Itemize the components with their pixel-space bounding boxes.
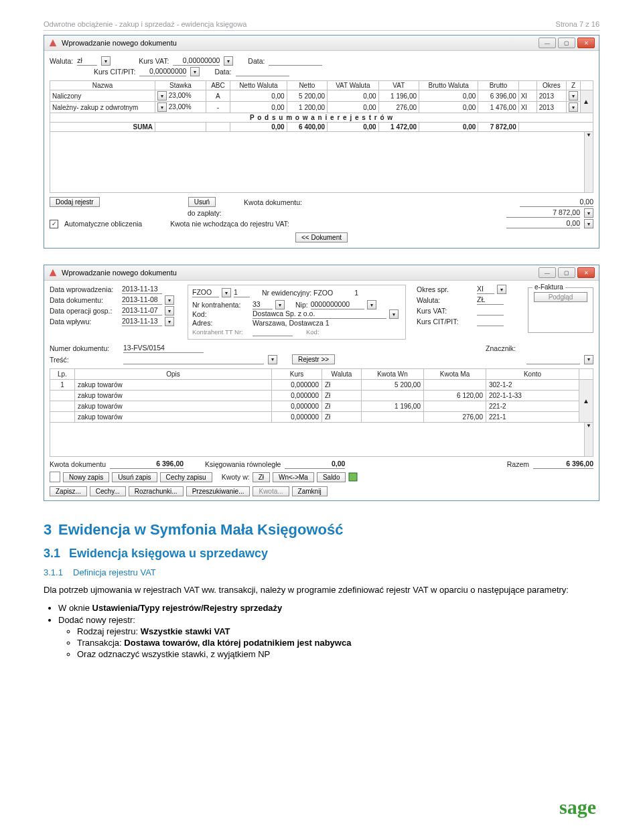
- doc-type[interactable]: FZOO: [192, 288, 219, 297]
- ktt-label: Kontrahent TT Nr:: [192, 328, 250, 336]
- doc-lp[interactable]: 1: [234, 288, 250, 297]
- minimize-button[interactable]: —: [539, 267, 556, 278]
- scrollbar[interactable]: ▼: [584, 423, 593, 456]
- maximize-button[interactable]: ▢: [558, 267, 575, 278]
- auto-calc-checkbox[interactable]: ✓: [50, 220, 58, 228]
- back-document-button[interactable]: << Dokument: [295, 232, 348, 242]
- grid-icon[interactable]: [348, 472, 358, 482]
- chevron-down-icon[interactable]: ▾: [165, 295, 174, 305]
- scrollbar[interactable]: ▲: [579, 380, 593, 423]
- col-abc: ABC: [206, 81, 230, 90]
- total-value: 6 396,00: [533, 460, 593, 469]
- saldo-button[interactable]: Saldo: [317, 472, 346, 482]
- chevron-down-icon[interactable]: ▾: [165, 306, 174, 316]
- date-field[interactable]: [269, 56, 322, 66]
- chevron-down-icon[interactable]: ▾: [224, 56, 233, 66]
- tresc-field[interactable]: [123, 355, 264, 364]
- col-vat: VAT: [378, 81, 419, 90]
- close-button[interactable]: Zamknij: [292, 486, 328, 496]
- chevron-down-icon[interactable]: ▾: [584, 219, 593, 228]
- date-doc-label: Data dokumentu:: [50, 296, 119, 304]
- currency-value[interactable]: zł: [77, 56, 97, 66]
- table-row[interactable]: Naliczony ▾ 23,00% A 0,00 5 200,00 0,00 …: [50, 90, 593, 102]
- nr-ew-value: 1: [354, 289, 358, 297]
- window-title: Wprowadzanie nowego dokumentu: [62, 39, 177, 47]
- docnum-label: Numer dokumentu:: [50, 344, 119, 352]
- list-item: Transakcja: Dostawa towarów, dla której …: [77, 638, 599, 648]
- minimize-button[interactable]: —: [539, 38, 556, 48]
- chevron-down-icon[interactable]: ▾: [569, 91, 578, 100]
- table-empty-area: ▼: [50, 132, 593, 193]
- chevron-down-icon[interactable]: ▾: [190, 67, 200, 76]
- delete-entry-button[interactable]: Usuń zapis: [112, 472, 157, 482]
- scrollbar[interactable]: ▲: [581, 90, 593, 113]
- waluta-value: ZŁ: [477, 295, 504, 305]
- date-field[interactable]: [236, 67, 289, 76]
- nip-value[interactable]: 0000000000: [311, 300, 364, 309]
- kurs-vat-value[interactable]: 0,00000000: [173, 56, 220, 66]
- chevron-down-icon[interactable]: ▾: [389, 309, 399, 319]
- table-row[interactable]: Należny- zakup z odwrotnym ▾ 23,00% - 0,…: [50, 102, 593, 113]
- chevron-down-icon[interactable]: ▾: [584, 355, 593, 364]
- chevron-down-icon[interactable]: ▾: [165, 317, 174, 326]
- chevron-down-icon[interactable]: ▾: [101, 56, 111, 66]
- search-button[interactable]: Przeszukiwanie...: [186, 486, 251, 496]
- chevron-down-icon[interactable]: ▾: [268, 355, 277, 364]
- chevron-down-icon[interactable]: ▾: [222, 288, 231, 297]
- chevron-down-icon[interactable]: ▾: [367, 300, 376, 309]
- doc-header-title: Odwrotne obciążenie - zakup i sprzedaż -…: [44, 20, 246, 28]
- entry-attrs-button[interactable]: Cechy zapisu: [160, 472, 212, 482]
- col-brutto: Brutto: [478, 81, 518, 90]
- kurscit-label: Kurs CIT/PIT:: [417, 318, 474, 326]
- kontrahent-nr[interactable]: 33: [253, 300, 273, 309]
- table-row[interactable]: zakup towarów0,000000Zł276,00221-1: [50, 412, 593, 423]
- date-op[interactable]: 2013-11-07: [122, 306, 162, 316]
- kod-label: Kod:: [192, 310, 250, 318]
- date-recv-label: Data wpływu:: [50, 318, 119, 326]
- table-row[interactable]: 1zakup towarów0,000000Zł5 200,00302-1-2▲: [50, 380, 593, 391]
- attrs-button[interactable]: Cechy...: [90, 486, 126, 496]
- date-entered-label: Data wprowadzenia:: [50, 285, 119, 293]
- date-entered[interactable]: 2013-11-13: [122, 285, 162, 294]
- delete-button[interactable]: Usuń: [188, 197, 216, 207]
- efaktura-label: e-Faktura: [532, 283, 565, 291]
- section-heading: 3Ewidencja w Symfonia Mała Księgowość: [44, 521, 599, 539]
- chevron-down-icon[interactable]: ▾: [584, 208, 593, 218]
- col-netto: Netto: [287, 81, 327, 90]
- col-netto-waluta: Netto Waluta: [230, 81, 287, 90]
- znacznik-value[interactable]: [526, 355, 580, 364]
- table-row[interactable]: zakup towarów0,000000Zł6 120,00202-1-1-3…: [50, 391, 593, 401]
- wnma-button[interactable]: Wn<->Ma: [273, 472, 314, 482]
- okres-value[interactable]: XI: [477, 285, 494, 294]
- scrollbar[interactable]: ▼: [584, 132, 593, 192]
- kurs-cit-value[interactable]: 0,00000000: [139, 67, 186, 76]
- add-register-button[interactable]: Dodaj rejestr: [50, 197, 100, 207]
- chevron-down-icon[interactable]: ▾: [275, 300, 285, 309]
- kod-value[interactable]: Dostawca Sp. z o.o.: [253, 309, 386, 319]
- close-button[interactable]: ✕: [577, 267, 595, 278]
- list-item: W oknie Ustawienia/Typy rejestrów/Rejest…: [58, 603, 599, 613]
- toggle-icon[interactable]: [50, 472, 60, 482]
- chevron-down-icon[interactable]: ▾: [569, 102, 578, 112]
- chevron-down-icon[interactable]: ▾: [497, 285, 506, 294]
- doc-amount-value: 6 396,00: [110, 460, 184, 469]
- table-row[interactable]: zakup towarów0,000000Zł1 196,00221-2: [50, 401, 593, 412]
- settlements-button[interactable]: Rozrachunki...: [129, 486, 184, 496]
- kurs-vat-label: Kurs VAT:: [139, 57, 169, 65]
- col-okres: Okres: [537, 81, 566, 90]
- maximize-button[interactable]: ▢: [558, 38, 575, 48]
- auto-calc-label: Automatyczne obliczenia: [64, 220, 142, 228]
- chevron-down-icon[interactable]: ▾: [157, 91, 167, 100]
- registry-button[interactable]: Rejestr >>: [292, 354, 335, 364]
- save-button[interactable]: Zapisz...: [50, 486, 87, 496]
- table-empty-area: ▼: [50, 423, 593, 457]
- date-recv[interactable]: 2013-11-13: [122, 317, 162, 326]
- new-entry-button[interactable]: Nowy zapis: [63, 472, 109, 482]
- preview-button: Podgląd: [534, 292, 587, 302]
- currency-button[interactable]: Zł: [253, 472, 270, 482]
- docnum-value[interactable]: 13-FVS/0154: [123, 344, 204, 353]
- chevron-down-icon[interactable]: ▾: [157, 102, 167, 112]
- date-doc[interactable]: 2013-11-08: [122, 295, 162, 305]
- list-item: Oraz odznaczyć wszystkie stawki, z wyjąt…: [77, 649, 599, 659]
- close-button[interactable]: ✕: [577, 38, 595, 48]
